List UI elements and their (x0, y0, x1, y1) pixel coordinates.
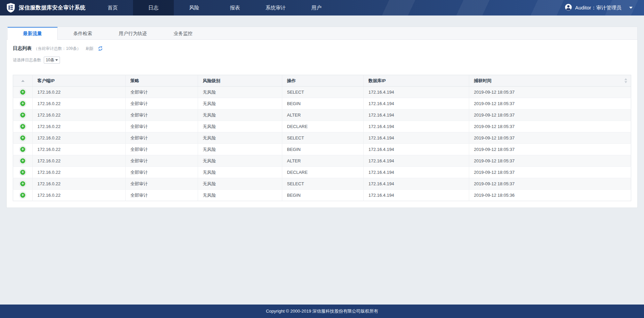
user-avatar-icon (565, 4, 572, 12)
cell-policy: 全部审计 (126, 132, 198, 144)
column-label: 数据库IP (368, 78, 386, 83)
expand-row-button[interactable]: + (19, 157, 26, 164)
cell-client-ip: 172.16.0.22 (33, 144, 126, 155)
cell-risk-level: 无风险 (198, 132, 282, 144)
cell-policy: 全部审计 (126, 155, 198, 167)
th-expand[interactable] (13, 75, 33, 87)
cell-client-ip: 172.16.0.22 (33, 121, 126, 132)
sort-toggle-icon[interactable] (624, 78, 627, 83)
cell-db-ip: 172.16.4.194 (364, 155, 469, 167)
plus-icon: + (20, 113, 25, 118)
th-client-ip: 客户端IP (33, 75, 126, 87)
cell-capture-time: 2019-09-12 18:05:37 (469, 144, 631, 155)
expand-row-button[interactable]: + (19, 134, 26, 141)
cell-db-ip: 172.16.4.194 (364, 121, 469, 132)
plus-icon: + (20, 170, 25, 175)
nav-item-system-audit[interactable]: 系统审计 (255, 0, 296, 15)
expand-row-button[interactable]: + (19, 123, 26, 130)
footer: Copyright © 2000-2019 深信服科技股份有限公司版权所有 (0, 305, 644, 318)
cell-policy: 全部审计 (126, 190, 198, 201)
cell-risk-level: 无风险 (198, 190, 282, 201)
cell-client-ip: 172.16.0.22 (33, 87, 126, 98)
table-row: +172.16.0.22全部审计无风险DECLARE172.16.4.19420… (13, 121, 631, 132)
cell-risk-level: 无风险 (198, 144, 282, 155)
cell-expand: + (13, 144, 33, 155)
cell-operation: DECLARE (282, 167, 364, 178)
cell-expand: + (13, 167, 33, 178)
cell-expand: + (13, 98, 33, 109)
select-caret-icon (55, 59, 58, 61)
user-label: Auditor：审计管理员 (575, 5, 621, 11)
cell-policy: 全部审计 (126, 144, 198, 155)
nav-item-users[interactable]: 用户 (296, 0, 337, 15)
nav-item-home[interactable]: 首页 (92, 0, 133, 15)
brand: 深信服数据库安全审计系统 (0, 3, 86, 13)
panel-title: 日志列表 (13, 45, 32, 52)
plus-icon: + (20, 181, 25, 186)
cell-operation: BEGIN (282, 98, 364, 109)
tab-condition-search[interactable]: 条件检索 (58, 27, 108, 39)
expand-row-button[interactable]: + (19, 112, 26, 119)
tab-business-monitor[interactable]: 业务监控 (158, 27, 208, 39)
column-label: 捕获时间 (474, 78, 491, 83)
chevron-down-icon (629, 7, 633, 9)
column-label: 操作 (287, 78, 296, 83)
expand-row-button[interactable]: + (19, 169, 26, 176)
expand-row-button[interactable]: + (19, 100, 26, 107)
cell-expand: + (13, 87, 33, 98)
column-label: 风险级别 (203, 78, 220, 83)
plus-icon: + (20, 193, 25, 198)
column-label: 策略 (130, 78, 139, 83)
cell-client-ip: 172.16.0.22 (33, 155, 126, 167)
table-row: +172.16.0.22全部审计无风险BEGIN172.16.4.1942019… (13, 144, 631, 155)
cell-expand: + (13, 155, 33, 167)
expand-row-button[interactable]: + (19, 89, 26, 96)
nav-item-reports[interactable]: 报表 (215, 0, 255, 15)
page-size-select[interactable]: 10条 (44, 57, 60, 64)
plus-icon: + (20, 90, 25, 95)
content-card: 最新流量条件检索用户行为轨迹业务监控 日志列表 （当前审计总数：109条） 刷新… (6, 27, 638, 208)
nav-item-logs[interactable]: 日志 (133, 0, 174, 15)
expand-row-button[interactable]: + (19, 180, 26, 187)
plus-icon: + (20, 101, 25, 106)
nav-item-risk[interactable]: 风险 (174, 0, 215, 15)
th-db-ip: 数据库IP (364, 75, 469, 87)
cell-policy: 全部审计 (126, 178, 198, 190)
cell-client-ip: 172.16.0.22 (33, 190, 126, 201)
cell-risk-level: 无风险 (198, 178, 282, 190)
cell-client-ip: 172.16.0.22 (33, 98, 126, 109)
cell-policy: 全部审计 (126, 121, 198, 132)
plus-icon: + (20, 124, 25, 129)
column-label: 客户端IP (37, 78, 55, 83)
cell-policy: 全部审计 (126, 87, 198, 98)
table-row: +172.16.0.22全部审计无风险BEGIN172.16.4.1942019… (13, 98, 631, 109)
cell-db-ip: 172.16.4.194 (364, 167, 469, 178)
cell-risk-level: 无风险 (198, 121, 282, 132)
cell-db-ip: 172.16.4.194 (364, 190, 469, 201)
th-operation: 操作 (282, 75, 364, 87)
refresh-link[interactable]: 刷新 (86, 46, 94, 52)
cell-capture-time: 2019-09-12 18:05:37 (469, 121, 631, 132)
refresh-icon[interactable] (98, 46, 103, 51)
th-policy: 策略 (126, 75, 198, 87)
user-menu[interactable]: Auditor：审计管理员 (565, 4, 644, 12)
expand-row-button[interactable]: + (19, 146, 26, 153)
tab-latest-traffic[interactable]: 最新流量 (7, 27, 58, 40)
cell-capture-time: 2019-09-12 18:05:37 (469, 167, 631, 178)
cell-operation: SELECT (282, 178, 364, 190)
tab-user-behavior[interactable]: 用户行为轨迹 (108, 27, 158, 39)
th-capture-time[interactable]: 捕获时间 (469, 75, 631, 87)
app-logo-shield-icon (6, 3, 15, 13)
cell-client-ip: 172.16.0.22 (33, 109, 126, 121)
cell-db-ip: 172.16.4.194 (364, 178, 469, 190)
cell-policy: 全部审计 (126, 167, 198, 178)
page-size-value: 10条 (46, 57, 54, 63)
cell-risk-level: 无风险 (198, 155, 282, 167)
th-risk-level: 风险级别 (198, 75, 282, 87)
expand-row-button[interactable]: + (19, 192, 26, 199)
plus-icon: + (20, 158, 25, 163)
cell-expand: + (13, 109, 33, 121)
cell-operation: BEGIN (282, 190, 364, 201)
cell-capture-time: 2019-09-12 18:05:36 (469, 190, 631, 201)
top-nav: 深信服数据库安全审计系统 首页日志风险报表系统审计用户 Auditor：审计管理… (0, 0, 644, 15)
